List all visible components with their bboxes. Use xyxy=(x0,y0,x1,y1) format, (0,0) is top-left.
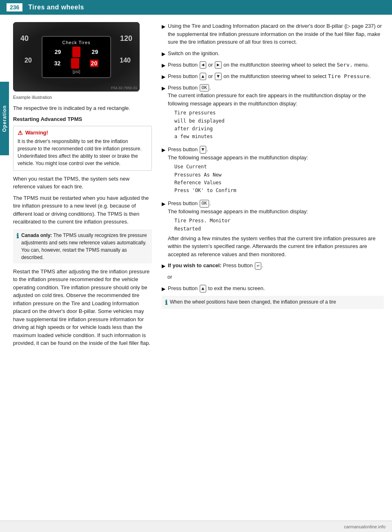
bullet-content-exit: Press button ▲ to exit the menu screen. xyxy=(168,284,384,293)
cluster-display: Check Tires 29 29 32 20 [psi] xyxy=(42,36,111,78)
tire-val-1: 29 xyxy=(55,49,61,55)
list-item-cancel: ▶ If you wish to cancel: Press button ↩. xyxy=(162,262,384,270)
tire-val-3: 32 xyxy=(54,60,61,67)
page-title: Tires and wheels xyxy=(28,4,84,11)
warning-box: ⚠ Warning! It is the driver's responsibi… xyxy=(13,126,152,171)
section-heading: Restarting Advanced TPMS xyxy=(13,115,152,123)
header-bar: 236 Tires and wheels xyxy=(0,0,392,15)
speed-label-120: 120 xyxy=(120,34,132,43)
sidebar-tab: Operation xyxy=(0,82,9,155)
or-label: or xyxy=(167,273,384,281)
final-info-text: When the wheel positions have been chang… xyxy=(170,298,336,306)
para2: The TPMS must be restarted when you have… xyxy=(13,194,152,226)
speed-label-20: 20 xyxy=(24,57,32,64)
arrow-icon: ▶ xyxy=(162,50,165,58)
bullet-list: ▶ Using the Tire and Loading Information… xyxy=(162,22,384,270)
btn-up-exit: ▲ xyxy=(200,285,207,293)
bullet-content-cancel: If you wish to cancel: Press button ↩. xyxy=(168,262,384,270)
check-tires-label: Check Tires xyxy=(49,40,104,45)
main-content: 40 20 120 140 Check Tires 29 29 32 20 xyxy=(0,15,392,358)
list-item: ▶ Press button ◀ or ▶ on the multifuncti… xyxy=(162,61,384,69)
info-icon-2: ℹ xyxy=(165,299,167,306)
btn-back: ↩ xyxy=(255,262,262,270)
list-item: ▶ Press button OK. The following message… xyxy=(162,199,384,258)
list-item-exit: ▶ Press button ▲ to exit the menu screen… xyxy=(162,284,384,293)
list-item: ▶ Using the Tire and Loading Information… xyxy=(162,22,384,46)
info-icon: ℹ xyxy=(16,232,19,261)
arrow-icon: ▶ xyxy=(162,262,165,270)
code-block-3: Tire Press. Monitor Restarted xyxy=(174,217,384,232)
left-column: 40 20 120 140 Check Tires 29 29 32 20 xyxy=(13,22,152,351)
example-label: Example illustration xyxy=(13,94,152,101)
arrow-icon: ▶ xyxy=(162,146,165,196)
arrow-icon: ▶ xyxy=(162,285,165,293)
info-note-text: Canada only: The TPMS usually recognizes… xyxy=(21,232,149,261)
para3: Restart the TPMS after adjusting the tir… xyxy=(13,268,152,347)
btn-ok-1: OK xyxy=(200,84,209,92)
btn-ok-2: OK xyxy=(200,200,209,208)
btn-down-2: ▼ xyxy=(200,146,207,154)
arrow-icon: ▶ xyxy=(162,85,165,143)
bullet-content: Press button ▼. The following message ap… xyxy=(168,145,384,196)
bullet-content: Press button OK. The following message a… xyxy=(168,199,384,258)
bullet-list-exit: ▶ Press button ▲ to exit the menu screen… xyxy=(162,284,384,293)
page-number: 236 xyxy=(7,3,22,11)
info-note: ℹ Canada only: The TPMS usually recogniz… xyxy=(13,229,152,264)
bullet-content: Press button ◀ or ▶ on the multifunction… xyxy=(168,61,384,69)
bullet-content: Press button ▲ or ▼ on the multifunction… xyxy=(168,72,384,80)
speed-label-140: 140 xyxy=(120,57,131,64)
btn-left: ◀ xyxy=(200,61,207,69)
btn-up: ▲ xyxy=(200,73,207,80)
list-item: ▶ Switch on the ignition. xyxy=(162,49,384,58)
tire-values-row1: 29 29 xyxy=(49,47,104,57)
btn-down: ▼ xyxy=(215,73,222,80)
list-item: ▶ Press button ▲ or ▼ on the multifuncti… xyxy=(162,72,384,80)
code-block-2: Use Current Pressures As New Reference V… xyxy=(174,163,384,194)
footer-url: carmanualonline.info xyxy=(344,524,385,529)
arrow-icon: ▶ xyxy=(162,62,165,69)
arrow-icon: ▶ xyxy=(162,200,165,258)
arrow-icon: ▶ xyxy=(162,73,165,80)
bullet-content: Press button OK. The current inflation p… xyxy=(168,84,384,143)
cluster-watermark: F54.32-7650-31 xyxy=(111,86,137,90)
tire-icon-top xyxy=(72,47,80,57)
intro-text: The respective tire is indicated by a re… xyxy=(13,104,152,112)
code-block: Tire pressures will be displayed after d… xyxy=(174,109,384,141)
para1: When you restart the TPMS, the system se… xyxy=(13,175,152,191)
right-column: ▶ Using the Tire and Loading Information… xyxy=(162,22,384,351)
bullet-content: Switch on the ignition. xyxy=(168,49,384,58)
tire-val-4: 20 xyxy=(90,60,99,67)
btn-right: ▶ xyxy=(215,61,222,69)
tire-val-2: 29 xyxy=(92,49,98,55)
tire-icon-bottom xyxy=(71,58,79,69)
speed-label-40: 40 xyxy=(20,34,29,43)
arrow-icon: ▶ xyxy=(162,23,165,46)
unit-label: [psi] xyxy=(49,69,104,74)
list-item: ▶ Press button OK. The current inflation… xyxy=(162,84,384,143)
list-item: ▶ Press button ▼. The following message … xyxy=(162,145,384,196)
tire-values-row2: 32 20 xyxy=(49,58,104,69)
final-info-note: ℹ When the wheel positions have been cha… xyxy=(162,296,384,309)
warning-icon: ⚠ xyxy=(18,130,23,136)
bullet-content: Using the Tire and Loading Information p… xyxy=(168,22,384,46)
warning-text: It is the driver's responsibility to set… xyxy=(18,138,147,167)
warning-title: ⚠ Warning! xyxy=(18,130,147,136)
footer-bar: carmanualonline.info xyxy=(0,521,392,532)
cluster-image: 40 20 120 140 Check Tires 29 29 32 20 xyxy=(13,22,140,92)
